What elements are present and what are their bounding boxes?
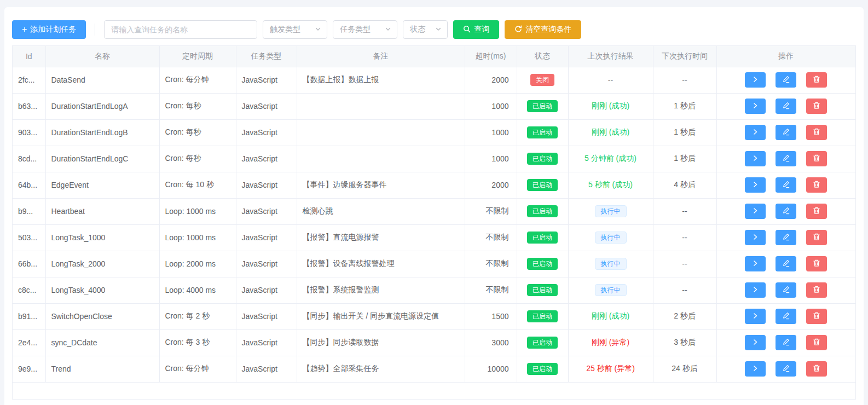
delete-task-button[interactable] (806, 361, 827, 377)
edit-task-button[interactable] (776, 125, 796, 140)
cell-remark: 【报警】设备离线报警处理 (297, 251, 465, 277)
cell-next-time: 4 秒后 (653, 172, 716, 198)
delete-task-button[interactable] (806, 151, 827, 166)
cell-remark: 【同步】同步读取数据 (297, 329, 465, 356)
cell-next-time: 2 秒后 (653, 303, 716, 329)
run-task-button[interactable] (745, 204, 766, 219)
edit-task-button[interactable] (776, 177, 796, 193)
cell-timeout: 1000 (465, 146, 517, 172)
last-result: 5 分钟前 (成功) (585, 154, 636, 163)
cell-remark: 【趋势】全部采集任务 (297, 356, 465, 382)
chevron-right-icon (751, 233, 759, 242)
status-badge: 已启动 (527, 363, 558, 375)
cell-type: JavaScript (236, 172, 297, 198)
chevron-right-icon (751, 286, 759, 295)
cell-remark: 检测心跳 (297, 198, 465, 224)
status-select[interactable]: 状态 (403, 20, 448, 39)
cell-timeout: 不限制 (465, 277, 517, 303)
delete-task-button[interactable] (806, 335, 827, 350)
run-task-button[interactable] (745, 335, 766, 350)
chevron-right-icon (751, 338, 759, 348)
cell-name: DataSend (45, 67, 159, 93)
trash-icon (813, 206, 820, 216)
run-task-button[interactable] (745, 177, 766, 193)
run-task-button[interactable] (745, 282, 766, 298)
cell-type: JavaScript (236, 119, 297, 146)
delete-task-button[interactable] (806, 282, 827, 298)
run-task-button[interactable] (745, 125, 766, 140)
task-name-search-input[interactable] (104, 20, 257, 39)
cell-name: DurationStartEndLogB (45, 119, 159, 146)
cell-name: Trend (45, 356, 159, 382)
trash-icon (813, 285, 820, 295)
cell-timeout: 1000 (465, 119, 517, 146)
delete-task-button[interactable] (806, 72, 827, 88)
edit-task-button[interactable] (776, 99, 796, 114)
cell-timeout: 不限制 (465, 251, 517, 277)
query-button[interactable]: 查询 (453, 20, 499, 39)
edit-task-button[interactable] (776, 230, 796, 245)
edit-task-button[interactable] (776, 335, 796, 350)
run-task-button[interactable] (745, 256, 766, 271)
cell-name: SwitchOpenClose (45, 303, 159, 329)
delete-task-button[interactable] (806, 230, 827, 245)
pencil-icon (782, 364, 790, 374)
pencil-icon (782, 102, 790, 111)
cell-name: sync_DCdate (45, 329, 159, 356)
plus-icon: + (22, 25, 27, 34)
trash-icon (813, 154, 820, 164)
table-row: c8c... LongTask_4000 Loop: 4000 ms JavaS… (13, 277, 855, 303)
edit-task-button[interactable] (776, 361, 796, 377)
cell-timeout: 3000 (465, 329, 517, 356)
table-row: 8cd... DurationStartEndLogC Cron: 每秒 Jav… (13, 146, 855, 172)
cell-type: JavaScript (236, 329, 297, 356)
run-task-button[interactable] (745, 72, 766, 88)
delete-task-button[interactable] (806, 204, 827, 219)
cell-cycle: Loop: 4000 ms (159, 277, 236, 303)
delete-task-button[interactable] (806, 125, 827, 140)
refresh-icon (514, 25, 522, 34)
cell-type: JavaScript (236, 356, 297, 382)
cell-next-time: 1 秒后 (653, 146, 716, 172)
trash-icon (813, 233, 820, 242)
edit-task-button[interactable] (776, 72, 796, 88)
delete-task-button[interactable] (806, 256, 827, 271)
edit-task-button[interactable] (776, 151, 796, 166)
task-type-select[interactable]: 任务类型 (333, 20, 397, 39)
edit-task-button[interactable] (776, 309, 796, 324)
col-header-cycle: 定时周期 (159, 46, 236, 67)
last-result: 执行中 (595, 284, 627, 296)
edit-task-button[interactable] (776, 282, 796, 298)
run-task-button[interactable] (745, 309, 766, 324)
pencil-icon (782, 286, 790, 295)
chevron-right-icon (751, 312, 759, 321)
cell-id: 503... (13, 224, 45, 251)
run-task-button[interactable] (745, 230, 766, 245)
edit-task-button[interactable] (776, 256, 796, 271)
cell-cycle: Cron: 每秒 (159, 119, 236, 146)
cell-id: c8c... (13, 277, 45, 303)
cell-cycle: Cron: 每 2 秒 (159, 303, 236, 329)
chevron-down-icon (435, 25, 442, 34)
cell-id: 2e4... (13, 329, 45, 356)
trigger-type-select[interactable]: 触发类型 (263, 20, 327, 39)
cell-next-time: 1 秒后 (653, 93, 716, 119)
clear-filters-button[interactable]: 清空查询条件 (505, 20, 581, 39)
edit-task-button[interactable] (776, 204, 796, 219)
run-task-button[interactable] (745, 99, 766, 114)
last-result: 刚刚 (异常) (592, 338, 629, 346)
cell-timeout: 2000 (465, 172, 517, 198)
last-result: 执行中 (595, 258, 627, 270)
pencil-icon (782, 312, 790, 321)
cell-type: JavaScript (236, 224, 297, 251)
delete-task-button[interactable] (806, 99, 827, 114)
delete-task-button[interactable] (806, 177, 827, 193)
delete-task-button[interactable] (806, 309, 827, 324)
run-task-button[interactable] (745, 151, 766, 166)
add-task-button[interactable]: + 添加计划任务 (12, 20, 86, 39)
last-result: -- (608, 76, 613, 84)
status-badge: 已启动 (527, 179, 558, 191)
run-task-button[interactable] (745, 361, 766, 377)
status-badge: 已启动 (527, 153, 558, 165)
trash-icon (813, 180, 820, 190)
